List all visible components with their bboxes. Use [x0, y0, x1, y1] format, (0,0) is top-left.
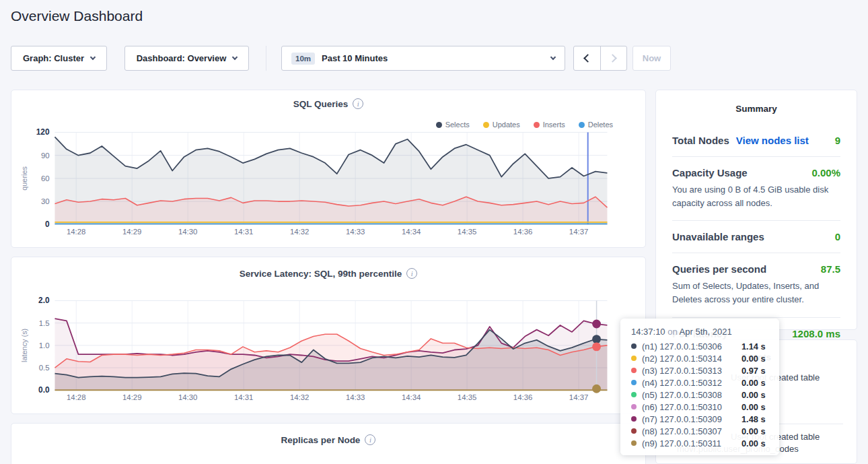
summary-total-nodes-row: Total Nodes View nodes list 9 [672, 125, 840, 156]
svg-text:14:34: 14:34 [402, 228, 421, 236]
dashboard-dropdown[interactable]: Dashboard: Overview [124, 46, 249, 71]
node-address: (n2) 127.0.0.1:50314 [642, 354, 742, 364]
svg-text:1.5: 1.5 [39, 319, 50, 327]
node-address: (n7) 127.0.0.1:50309 [642, 414, 742, 424]
node-color-dot [631, 428, 637, 434]
node-color-dot [631, 416, 637, 422]
time-range-label: Past 10 Minutes [322, 53, 388, 63]
node-address: (n4) 127.0.0.1:50312 [642, 378, 742, 388]
svg-text:120: 120 [36, 127, 50, 137]
service-latency-chart[interactable]: 14:2814:2914:3014:3114:3214:3314:3414:35… [11, 257, 645, 413]
node-color-dot [631, 392, 637, 397]
total-nodes-value: 9 [835, 135, 840, 146]
svg-text:14:35: 14:35 [458, 393, 477, 401]
svg-text:queries: queries [20, 166, 28, 190]
view-nodes-list-link[interactable]: View nodes list [736, 135, 809, 146]
svg-text:2.0: 2.0 [38, 296, 50, 305]
node-address: (n8) 127.0.0.1:50307 [642, 426, 742, 436]
tooltip-node-row: (n9) 127.0.0.1:503110.00 s [631, 437, 768, 449]
node-address: (n1) 127.0.0.1:50306 [642, 341, 742, 352]
node-latency-value: 1.48 s [742, 414, 766, 424]
svg-text:14:32: 14:32 [290, 393, 310, 401]
svg-text:14:35: 14:35 [458, 228, 477, 236]
node-address: (n9) 127.0.0.1:50311 [642, 438, 742, 449]
chevron-down-icon [90, 55, 96, 60]
svg-text:14:29: 14:29 [122, 393, 142, 401]
summary-qps-row: Queries per second 87.5 Sum of Selects, … [672, 253, 840, 317]
summary-card: Summary Total Nodes View nodes list 9 Ca… [655, 90, 857, 330]
time-back-button[interactable] [574, 46, 601, 70]
sql-queries-card: SQL Queries i SelectsUpdatesInsertsDelet… [11, 90, 646, 248]
node-latency-value: 0.00 s [742, 378, 766, 388]
svg-text:60: 60 [41, 174, 50, 183]
chevron-left-icon [583, 54, 592, 63]
node-latency-value: 0.00 s [742, 438, 766, 449]
chart-hover-tooltip: 14:37:10 on Apr 5th, 2021 (n1) 127.0.0.1… [620, 319, 779, 455]
svg-text:14:32: 14:32 [290, 228, 310, 236]
svg-text:14:31: 14:31 [234, 228, 254, 236]
svg-text:1.0: 1.0 [39, 341, 50, 350]
tooltip-node-row: (n3) 127.0.0.1:503130.97 s [631, 364, 768, 376]
time-range-dropdown[interactable]: 10m Past 10 Minutes [281, 46, 565, 71]
unavailable-ranges-label: Unavailable ranges [672, 231, 764, 242]
svg-text:14:29: 14:29 [122, 228, 142, 236]
svg-text:14:31: 14:31 [234, 393, 254, 401]
tooltip-node-row: (n6) 127.0.0.1:503100.00 s [631, 401, 768, 413]
svg-text:30: 30 [41, 197, 50, 205]
svg-text:90: 90 [41, 152, 50, 160]
summary-unavailable-row: Unavailable ranges 0 [672, 220, 840, 253]
capacity-usage-value: 0.00% [811, 167, 840, 178]
queries-per-second-label: Queries per second [672, 263, 766, 275]
node-latency-value: 1.14 s [742, 341, 766, 352]
sql-queries-chart[interactable]: 14:2814:2914:3014:3114:3214:3314:3414:35… [11, 90, 645, 247]
node-latency-value: 0.00 s [742, 426, 766, 436]
replicas-per-node-card: Replicas per Node i [11, 423, 646, 464]
graph-dropdown-label: Graph: Cluster [23, 53, 84, 63]
time-forward-button[interactable] [601, 46, 627, 70]
svg-text:14:30: 14:30 [178, 228, 198, 236]
svg-text:14:36: 14:36 [513, 393, 533, 401]
svg-text:14:37: 14:37 [569, 228, 589, 236]
node-address: (n6) 127.0.0.1:50310 [642, 402, 742, 412]
tooltip-node-row: (n8) 127.0.0.1:503070.00 s [631, 425, 768, 437]
chevron-down-icon [550, 55, 556, 60]
tooltip-timestamp: 14:37:10 on Apr 5th, 2021 [631, 327, 768, 337]
chevron-down-icon [232, 55, 238, 60]
now-button-label: Now [643, 53, 661, 63]
queries-per-second-description: Sum of Selects, Updates, Inserts, and De… [672, 275, 840, 306]
tooltip-node-row: (n1) 127.0.0.1:503061.14 s [631, 340, 768, 352]
svg-text:14:33: 14:33 [346, 228, 365, 236]
svg-text:0.5: 0.5 [39, 364, 50, 372]
svg-text:14:36: 14:36 [513, 228, 533, 236]
svg-text:latency (s): latency (s) [20, 329, 28, 362]
dashboard-dropdown-label: Dashboard: Overview [137, 53, 227, 63]
service-latency-card: Service Latency: SQL, 99th percentile i … [11, 257, 646, 414]
svg-text:0.0: 0.0 [38, 385, 50, 395]
node-latency-value: 0.00 s [742, 390, 766, 400]
time-range-badge: 10m [291, 53, 315, 65]
graph-dropdown[interactable]: Graph: Cluster [11, 46, 107, 71]
queries-per-second-value: 87.5 [821, 263, 840, 275]
node-color-dot [631, 356, 637, 361]
tooltip-node-row: (n2) 127.0.0.1:503140.00 s [631, 352, 768, 364]
node-latency-value: 0.00 s [742, 354, 766, 364]
tooltip-node-row: (n7) 127.0.0.1:503091.48 s [631, 413, 768, 425]
node-color-dot [631, 440, 637, 446]
page-title: Overview Dashboard [11, 8, 143, 24]
node-color-dot [631, 404, 637, 409]
now-button[interactable]: Now [632, 46, 671, 71]
node-address: (n3) 127.0.0.1:50313 [642, 366, 742, 376]
summary-title: Summary [672, 104, 840, 125]
capacity-usage-description: You are using 0 B of 4.5 GiB usable disk… [672, 178, 840, 210]
node-color-dot [631, 343, 637, 349]
total-nodes-label: Total Nodes [672, 135, 729, 146]
info-icon[interactable]: i [365, 434, 375, 445]
svg-text:14:33: 14:33 [346, 393, 365, 401]
node-color-dot [631, 368, 637, 373]
svg-text:0: 0 [45, 220, 50, 229]
replicas-per-node-title: Replicas per Node [281, 435, 361, 445]
svg-text:14:28: 14:28 [67, 228, 86, 236]
svg-text:14:30: 14:30 [178, 393, 198, 401]
tooltip-node-row: (n4) 127.0.0.1:503120.00 s [631, 376, 768, 389]
svg-text:14:37: 14:37 [569, 393, 589, 401]
